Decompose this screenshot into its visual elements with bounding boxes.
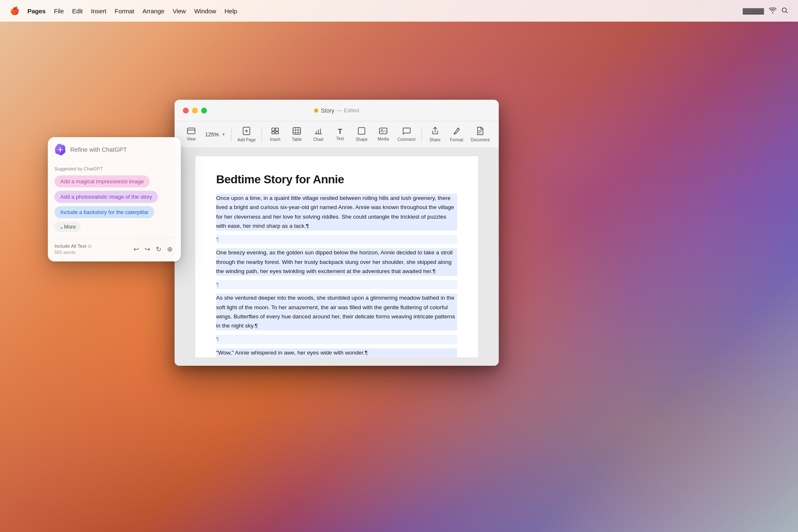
spotlight-icon[interactable] — [781, 7, 788, 15]
chart-label: Chart — [313, 137, 323, 142]
pages-window: Story — Edited View 125% ▼ — [175, 100, 499, 366]
svg-rect-1 — [187, 128, 195, 134]
svg-point-11 — [381, 129, 383, 131]
apple-menu[interactable]: 🍎 — [10, 6, 19, 15]
svg-rect-8 — [293, 128, 300, 134]
format-label: Format — [450, 138, 463, 142]
paragraph-2: ¶ — [216, 235, 457, 244]
document-area: Bedtime Story for Annie Once upon a time… — [175, 148, 499, 366]
chip-photorealistic[interactable]: Add a photorealistic image of the story — [54, 191, 158, 203]
comment-label: Comment — [397, 137, 415, 142]
document-title-text: Bedtime Story for Annie — [216, 173, 457, 186]
undo-button[interactable]: ↩ — [132, 244, 140, 255]
media-icon — [379, 128, 387, 135]
insert-icon — [271, 127, 279, 136]
view-label: View — [187, 137, 196, 141]
toolbar-insert[interactable]: Insert — [265, 126, 285, 143]
chip-magical-image[interactable]: Add a magical impressionist image — [54, 175, 150, 187]
toolbar-share[interactable]: Share — [425, 125, 445, 144]
paragraph-3: One breezy evening, as the golden sun di… — [216, 248, 457, 276]
svg-rect-5 — [276, 128, 278, 131]
menu-pages[interactable]: Pages — [27, 7, 46, 15]
toolbar-shape[interactable]: Shape — [352, 126, 372, 143]
document-label: Document — [471, 138, 490, 142]
footer-info: Include All Text ◇ 585 words — [54, 243, 91, 255]
toolbar-separator-2 — [261, 127, 262, 142]
menu-bar-status: ▓▓▓▓▓ — [743, 7, 788, 15]
menu-view[interactable]: View — [172, 7, 186, 15]
table-icon — [293, 127, 301, 136]
window-title: Story — Edited — [314, 107, 359, 114]
minimize-button[interactable] — [192, 108, 198, 113]
text-icon: T — [338, 128, 342, 135]
menu-help[interactable]: Help — [224, 7, 237, 15]
wifi-icon — [769, 7, 776, 15]
toolbar-chart[interactable]: Chart — [308, 126, 328, 143]
paragraph-4: ¶ — [216, 280, 457, 289]
battery-icon: ▓▓▓▓▓ — [743, 7, 764, 14]
toolbar-separator-1 — [231, 127, 232, 142]
menu-bar: 🍎 Pages File Edit Insert Format Arrange … — [0, 0, 798, 22]
chip-more[interactable]: More — [54, 222, 81, 232]
menu-insert[interactable]: Insert — [91, 7, 106, 15]
document-title: Story — [321, 107, 335, 114]
zoom-value: 125% — [205, 131, 219, 138]
svg-rect-2 — [187, 130, 195, 131]
addpage-icon — [243, 127, 250, 136]
view-icon — [187, 128, 195, 135]
chip-backstory[interactable]: Include a backstory for the caterpillar — [54, 206, 154, 218]
footer-actions: ↩ ↪ ↻ ⊕ — [132, 244, 174, 255]
menu-arrange[interactable]: Arrange — [143, 7, 165, 15]
toolbar-comment[interactable]: Comment — [395, 126, 418, 143]
redo-button[interactable]: ↪ — [143, 244, 152, 255]
toolbar-document[interactable]: Document — [468, 125, 492, 144]
toolbar-text[interactable]: T Text — [330, 126, 350, 143]
format-icon — [453, 127, 461, 136]
chatgpt-input-area — [54, 144, 174, 160]
comment-icon — [402, 127, 411, 136]
window-toolbar: View 125% ▼ Add Page — [175, 121, 499, 148]
share-icon — [431, 127, 439, 136]
shape-label: Shape — [356, 137, 368, 142]
document-icon-dot — [314, 108, 318, 113]
status-icons: ▓▓▓▓▓ — [743, 7, 788, 15]
menu-format[interactable]: Format — [115, 7, 134, 15]
svg-rect-7 — [276, 132, 278, 134]
svg-rect-10 — [379, 128, 387, 134]
paragraph-5: As she ventured deeper into the woods, s… — [216, 293, 457, 330]
menu-window[interactable]: Window — [194, 7, 216, 15]
document-page: Bedtime Story for Annie Once upon a time… — [195, 156, 478, 357]
para-mark-2: ¶ — [216, 236, 219, 242]
toolbar-media[interactable]: Media — [373, 126, 393, 143]
insert-label: Insert — [270, 137, 281, 142]
paragraph-7: "Wow," Annie whispered in awe, her eyes … — [216, 348, 457, 357]
window-titlebar: Story — Edited — [175, 100, 499, 121]
addpage-label: Add Page — [237, 138, 256, 142]
svg-rect-9 — [358, 128, 365, 134]
menu-edit[interactable]: Edit — [72, 7, 82, 15]
toolbar-zoom[interactable]: 125% ▼ — [203, 130, 228, 139]
add-button[interactable]: ⊕ — [165, 244, 174, 255]
zoom-chevron: ▼ — [222, 132, 226, 137]
share-label: Share — [429, 138, 441, 142]
maximize-button[interactable] — [201, 108, 207, 113]
menu-file[interactable]: File — [54, 7, 64, 15]
para-mark-4: ¶ — [216, 281, 219, 288]
document-icon — [477, 127, 483, 136]
suggested-by-label: Suggested by ChatGPT — [54, 166, 174, 171]
window-controls — [183, 108, 207, 113]
chatgpt-refine-input[interactable] — [70, 146, 174, 153]
close-button[interactable] — [183, 108, 189, 113]
word-count: 585 words — [54, 250, 91, 255]
toolbar-table[interactable]: Table — [287, 126, 307, 143]
toolbar-format[interactable]: Format — [447, 125, 467, 144]
media-label: Media — [378, 137, 389, 141]
chart-icon — [314, 127, 323, 136]
toolbar-view[interactable]: View — [181, 126, 201, 143]
svg-rect-4 — [272, 128, 275, 131]
refresh-button[interactable]: ↻ — [154, 244, 163, 255]
toolbar-addpage[interactable]: Add Page — [235, 125, 258, 144]
toolbar-separator-3 — [421, 127, 422, 142]
text-label: Text — [336, 136, 344, 141]
suggestion-chips: Add a magical impressionist image Add a … — [54, 175, 174, 232]
